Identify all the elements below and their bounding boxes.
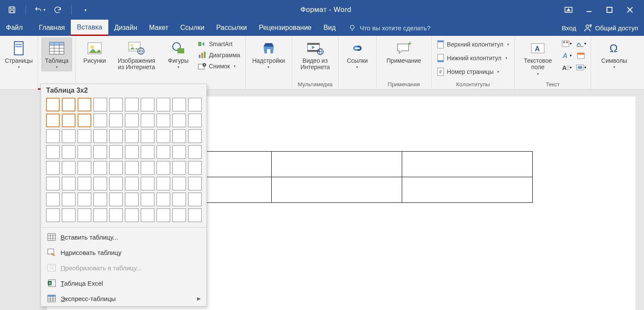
grid-cell[interactable] [78,145,91,159]
minimize-button[interactable] [583,4,595,15]
tab-references[interactable]: Ссылки [174,20,210,36]
excel-table-item[interactable]: X Таблица Excel [41,275,206,291]
grid-cell[interactable] [46,193,60,206]
grid-cell[interactable] [46,145,60,159]
grid-cell[interactable] [109,114,123,127]
grid-cell[interactable] [172,129,186,143]
maximize-button[interactable] [603,4,616,15]
grid-cell[interactable] [157,129,170,143]
ribbon-display-options[interactable] [562,4,575,15]
screenshot-button[interactable]: Снимок [196,61,242,71]
grid-cell[interactable] [141,98,154,111]
grid-cell[interactable] [188,161,202,175]
grid-cell[interactable] [157,193,170,206]
grid-cell[interactable] [46,208,60,222]
grid-cell[interactable] [46,98,60,111]
grid-cell[interactable] [62,129,75,143]
grid-cell[interactable] [141,114,154,127]
tab-file[interactable]: Файл [0,20,29,36]
grid-cell[interactable] [62,177,75,190]
sign-in-link[interactable]: Вход [562,24,576,32]
grid-cell[interactable] [157,98,170,111]
grid-cell[interactable] [188,177,202,190]
grid-cell[interactable] [93,177,107,190]
grid-cell[interactable] [141,193,154,206]
tab-design[interactable]: Дизайн [108,20,143,36]
tab-layout[interactable]: Макет [143,20,174,36]
grid-cell[interactable] [141,208,154,222]
grid-cell[interactable] [188,208,202,222]
shapes-button[interactable]: Фигуры ▾ [163,38,194,71]
tab-view[interactable]: Вид [317,20,342,36]
tab-mailings[interactable]: Рассылки [210,20,253,36]
comment-button[interactable]: + Примечание [380,38,428,66]
grid-cell[interactable] [125,145,139,159]
quick-parts-button[interactable]: ▾ [560,38,573,49]
table-button[interactable]: Таблица ▾ [41,38,72,71]
grid-cell[interactable] [157,114,170,127]
grid-cell[interactable] [93,114,107,127]
tell-me-search[interactable]: Что вы хотите сделать? [342,20,430,36]
grid-cell[interactable] [78,114,91,127]
header-button[interactable]: Верхний колонтитул [435,39,511,50]
grid-cell[interactable] [109,98,123,111]
grid-cell[interactable] [62,193,75,206]
grid-cell[interactable] [46,114,60,127]
grid-cell[interactable] [157,177,170,190]
grid-cell[interactable] [78,193,91,206]
grid-cell[interactable] [141,129,154,143]
grid-cell[interactable] [125,208,139,222]
pictures-button[interactable]: Рисунки [79,38,110,66]
grid-cell[interactable] [172,161,186,175]
insert-table-item[interactable]: Вставить таблицу... [41,229,206,245]
symbols-button[interactable]: Ω Символы ▾ [595,38,634,71]
draw-table-item[interactable]: Нарисовать таблицу [41,245,206,260]
footer-button[interactable]: Нижний колонтитул [435,53,511,63]
grid-cell[interactable] [93,98,107,111]
pages-button[interactable]: Страницы ▾ [3,38,34,71]
save-button[interactable] [6,4,18,16]
grid-cell[interactable] [109,145,123,159]
grid-cell[interactable] [125,193,139,206]
tab-review[interactable]: Рецензирование [253,20,318,36]
grid-cell[interactable] [109,208,123,222]
grid-cell[interactable] [157,161,170,175]
grid-cell[interactable] [157,208,170,222]
grid-cell[interactable] [172,145,186,159]
grid-cell[interactable] [78,208,91,222]
grid-cell[interactable] [141,177,154,190]
grid-cell[interactable] [62,145,75,159]
grid-cell[interactable] [62,98,75,111]
grid-cell[interactable] [109,177,123,190]
grid-cell[interactable] [157,145,170,159]
grid-cell[interactable] [46,161,60,175]
grid-cell[interactable] [62,208,75,222]
grid-cell[interactable] [172,193,186,206]
grid-cell[interactable] [172,177,186,190]
grid-cell[interactable] [46,129,60,143]
online-pictures-button[interactable]: Изображения из Интернета [113,38,160,73]
grid-cell[interactable] [188,114,202,127]
page-number-button[interactable]: # Номер страницы [435,67,511,77]
grid-cell[interactable] [78,98,91,111]
addins-button[interactable]: Надстройки ▾ [249,38,288,71]
undo-button[interactable]: ▾ [34,4,46,16]
grid-cell[interactable] [109,129,123,143]
textbox-button[interactable]: A Текстовое поле ▾ [518,38,557,78]
smartart-button[interactable]: SmartArt [196,39,242,49]
redo-button[interactable] [52,4,64,16]
grid-cell[interactable] [125,114,139,127]
grid-cell[interactable] [46,177,60,190]
grid-cell[interactable] [93,161,107,175]
grid-cell[interactable] [62,114,75,127]
grid-cell[interactable] [93,208,107,222]
signature-button[interactable]: ▾ [574,38,587,49]
grid-cell[interactable] [62,161,75,175]
dropcap-button[interactable]: A▾ [560,62,573,73]
grid-cell[interactable] [188,145,202,159]
share-button[interactable]: Общий доступ [584,23,638,32]
grid-cell[interactable] [125,129,139,143]
grid-cell[interactable] [188,98,202,111]
quick-tables-item[interactable]: Экспресс-таблицы ▶ [41,291,206,306]
grid-cell[interactable] [109,161,123,175]
